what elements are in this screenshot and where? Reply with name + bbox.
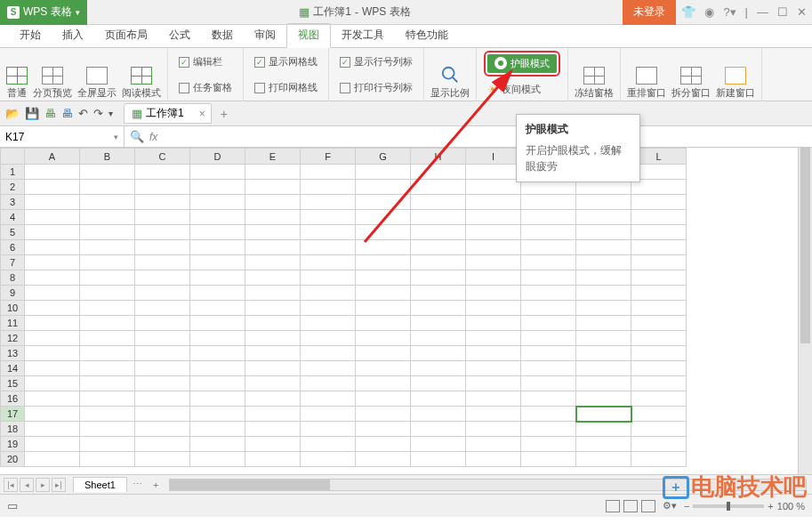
cell[interactable] [356,316,411,331]
help-icon[interactable]: ?▾ [723,5,736,19]
cell[interactable] [190,286,245,301]
spreadsheet-grid[interactable]: ABCDEFGHIJKL1234567891011121314151617181… [0,148,812,474]
cell[interactable] [135,346,190,361]
cell[interactable] [135,225,190,240]
row-header[interactable]: 10 [1,301,25,316]
cell[interactable] [80,376,135,391]
cell[interactable] [356,286,411,301]
cell[interactable] [411,165,466,180]
cell[interactable] [245,331,301,346]
tab-insert[interactable]: 插入 [52,24,94,47]
cell[interactable] [190,391,245,407]
cell[interactable] [576,422,631,437]
cell[interactable] [135,286,190,301]
cell[interactable] [356,376,411,391]
tab-view[interactable]: 视图 [286,23,331,48]
cell[interactable] [411,407,466,422]
cell[interactable] [301,301,356,316]
row-header[interactable]: 18 [1,422,25,437]
cell[interactable] [25,301,80,316]
row-header[interactable]: 5 [1,225,25,240]
column-header[interactable]: A [25,149,80,165]
cell[interactable] [190,316,245,331]
cell[interactable] [466,407,521,422]
view-normal-button[interactable]: 普通 [4,50,30,100]
cell[interactable] [466,240,521,255]
freeze-panes-button[interactable]: 冻结窗格 [572,50,616,100]
row-header[interactable]: 14 [1,361,25,376]
cell[interactable] [521,391,576,407]
cell[interactable] [411,180,466,195]
arrange-windows-button[interactable]: 重排窗口 [624,50,669,100]
cell[interactable] [245,437,301,452]
cell[interactable] [576,255,631,270]
sheet-nav-next[interactable]: ▸ [36,478,50,492]
cell[interactable] [25,210,80,225]
row-header[interactable]: 3 [1,195,25,210]
add-sheet-button[interactable]: + [148,480,164,490]
cell[interactable] [301,331,356,346]
cell[interactable] [245,195,301,210]
cell[interactable] [301,180,356,195]
cell[interactable] [135,195,190,210]
cell[interactable] [411,286,466,301]
close-tab-icon[interactable]: × [199,108,205,120]
cell[interactable] [190,165,245,180]
cell[interactable] [576,331,631,346]
row-header[interactable]: 6 [1,240,25,255]
cell[interactable] [356,195,411,210]
view-normal-icon[interactable] [606,500,620,512]
cell[interactable] [576,437,631,452]
cell[interactable] [521,210,576,225]
cell[interactable] [576,407,631,422]
cell[interactable] [301,316,356,331]
maximize-button[interactable]: ☐ [777,5,788,19]
cell[interactable] [135,240,190,255]
cell[interactable] [245,422,301,437]
cell[interactable] [245,210,301,225]
cell[interactable] [301,165,356,180]
column-header[interactable]: H [411,149,466,165]
scrollbar-thumb[interactable] [800,148,810,343]
cell[interactable] [190,240,245,255]
cell[interactable] [356,255,411,270]
cell[interactable] [356,240,411,255]
cell[interactable] [80,331,135,346]
login-button[interactable]: 未登录 [623,0,676,25]
cell[interactable] [521,452,576,467]
save-icon[interactable]: 💾 [25,107,39,120]
cell[interactable] [80,180,135,195]
cell[interactable] [466,165,521,180]
cell[interactable] [521,422,576,437]
cell[interactable] [245,180,301,195]
cell[interactable] [466,391,521,407]
cell[interactable] [25,165,80,180]
cell[interactable] [466,331,521,346]
cell[interactable] [135,361,190,376]
cell[interactable] [631,225,687,240]
zoom-button[interactable]: 显示比例 [428,50,472,100]
column-header[interactable]: I [466,149,521,165]
cell[interactable] [190,331,245,346]
sheet-nav-last[interactable]: ▸| [52,478,66,492]
cell[interactable] [576,316,631,331]
cell[interactable] [301,240,356,255]
cell[interactable] [576,286,631,301]
cell[interactable] [80,391,135,407]
cell[interactable] [631,316,687,331]
cell[interactable] [80,316,135,331]
app-menu-button[interactable]: S WPS 表格 ▾ [0,0,87,25]
cell[interactable] [411,452,466,467]
cell[interactable] [190,180,245,195]
select-all-corner[interactable] [1,149,25,165]
cell[interactable] [576,270,631,286]
cell[interactable] [301,210,356,225]
cell[interactable] [190,225,245,240]
document-tab[interactable]: ▦ 工作簿1 × [124,103,212,124]
cell[interactable] [135,452,190,467]
check-print-gridlines[interactable]: 打印网格线 [254,81,318,94]
cell[interactable] [411,240,466,255]
cell[interactable] [356,437,411,452]
cell[interactable] [25,286,80,301]
cell[interactable] [631,376,687,391]
